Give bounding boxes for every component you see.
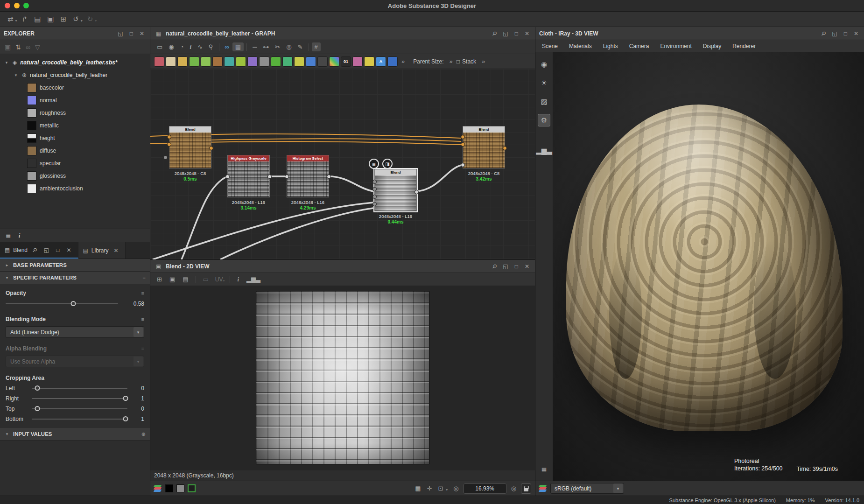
undo-caret-icon[interactable]: ▾ — [81, 19, 83, 23]
output-port[interactable] — [327, 175, 331, 179]
output-height[interactable]: height — [0, 132, 150, 144]
node-blend-2[interactable]: Blend 2048x2048 - L16 0.44ms — [374, 169, 417, 224]
output-port[interactable] — [503, 146, 507, 150]
link-mode-icon[interactable]: ∞ — [222, 42, 232, 51]
palette-blur[interactable] — [247, 56, 258, 67]
input-port[interactable] — [461, 142, 465, 147]
float-panel-icon[interactable]: ◱ — [830, 30, 839, 37]
palette-curve[interactable] — [189, 56, 199, 67]
texture-preview[interactable] — [256, 291, 429, 464]
transform-view-icon[interactable]: ▭ — [200, 275, 211, 284]
tools-switch-caret-icon[interactable]: ▾ — [15, 19, 17, 23]
maximize-panel-icon[interactable]: □ — [128, 30, 135, 37]
open-file-icon[interactable]: ▤ — [31, 14, 43, 24]
input-port[interactable] — [372, 195, 377, 199]
input-port[interactable] — [225, 175, 230, 179]
menu-scene[interactable]: Scene — [542, 43, 558, 49]
explorer-filter-icon[interactable]: ▽ — [35, 43, 40, 51]
palette-blend[interactable] — [166, 56, 176, 67]
input-port[interactable] — [372, 187, 377, 191]
palette-frame[interactable] — [387, 56, 398, 67]
environment-settings-icon[interactable]: ▨ — [538, 95, 550, 108]
scene-tree-icon[interactable]: ≣ — [538, 463, 550, 476]
save-image-icon[interactable]: ▣ — [167, 275, 178, 284]
graph-canvas[interactable]: Blend 2048x2048 - C8 0.5ms Highpass Gr — [150, 69, 535, 259]
menu-display[interactable]: Display — [703, 43, 721, 49]
close-window-button[interactable] — [5, 3, 10, 8]
output-glossiness[interactable]: glossiness — [0, 169, 150, 182]
palette-overflow-icon[interactable]: » — [399, 58, 407, 65]
crop-right-handle[interactable] — [123, 396, 128, 401]
close-tab-icon[interactable]: ✕ — [112, 247, 120, 254]
render-stats-icon[interactable]: ▂▆▃ — [538, 144, 550, 157]
node-split-view-button[interactable]: ◨ — [382, 159, 393, 169]
float-panel-icon[interactable]: ◱ — [501, 30, 510, 37]
input-port[interactable] — [285, 175, 289, 179]
input-port[interactable] — [372, 202, 377, 206]
output-port[interactable] — [414, 190, 419, 194]
hierarchy-icon[interactable]: ≣ — [6, 232, 11, 239]
graph-row[interactable]: ▾ ⊛ natural_crocodile_belly_leather — [0, 69, 150, 81]
explorer-link-icon[interactable]: ∞ — [26, 43, 30, 51]
tiling-grid-icon[interactable]: ▦ — [414, 485, 422, 492]
output-specular[interactable]: specular — [0, 157, 150, 169]
node-histogram-select[interactable]: Histogram Select 2048x2048 - L16 4.29ms — [287, 155, 329, 210]
maximize-panel-icon[interactable]: □ — [54, 247, 61, 253]
palette-gradient-map[interactable] — [212, 56, 223, 67]
crop-left-slider[interactable] — [32, 388, 127, 389]
compact-material-icon[interactable]: ▦ — [232, 42, 244, 51]
palette-ao[interactable] — [294, 56, 304, 67]
stack-expand-icon[interactable]: » — [479, 58, 487, 65]
opacity-slider-handle[interactable] — [70, 301, 76, 306]
crop-right-value[interactable]: 1 — [132, 395, 144, 402]
snap-grid-icon[interactable]: # — [312, 42, 321, 51]
frame-select-icon[interactable]: ▭ — [154, 42, 165, 51]
blending-mode-select[interactable]: Add (Linear Dodge) ▾ — [6, 326, 144, 338]
node-highpass-grayscale[interactable]: Highpass Grayscale 2048x2048 - L16 3.14m… — [227, 155, 270, 210]
redo-icon[interactable]: ↻ — [84, 14, 96, 24]
render-area[interactable]: Photoreal Iterations: 254/500 Time: 39s/… — [553, 52, 864, 481]
tab-library[interactable]: ▤ Library ✕ — [78, 242, 126, 259]
input-values-header[interactable]: ▾ INPUT VALUES ⊕ — [0, 428, 150, 441]
menu-renderer[interactable]: Renderer — [732, 43, 756, 49]
palette-color-match[interactable] — [329, 56, 339, 67]
float-panel-icon[interactable]: ◱ — [42, 247, 51, 253]
output-basecolor[interactable]: basecolor — [0, 81, 150, 94]
maximize-panel-icon[interactable]: □ — [513, 30, 520, 37]
pin-icon[interactable]: ⚲ — [30, 245, 40, 255]
node-preview-list-button[interactable]: ≣ — [369, 159, 379, 169]
undo-icon[interactable]: ↺ — [70, 14, 82, 24]
histogram-icon[interactable]: ▂▆▃ — [244, 275, 263, 284]
active-channel-swatch[interactable] — [188, 484, 196, 492]
capture-icon[interactable]: ◉ — [166, 42, 176, 51]
colorspace-icon[interactable] — [539, 485, 547, 492]
palette-text[interactable]: A — [376, 56, 386, 67]
focus-icon[interactable]: ◎ — [283, 42, 294, 51]
float-panel-icon[interactable]: ◱ — [501, 263, 510, 270]
float-panel-icon[interactable]: ◱ — [116, 30, 125, 37]
color-sample-icon[interactable]: ◔ — [177, 42, 187, 51]
light-settings-icon[interactable]: ☀ — [538, 77, 550, 89]
caret-down-icon[interactable]: ▾ — [4, 60, 9, 65]
comment-icon[interactable]: ─ — [250, 42, 260, 51]
cut-link-icon[interactable]: ✂ — [272, 42, 283, 51]
mip-level-icon[interactable]: ◎ — [452, 485, 460, 492]
pan-icon[interactable]: ✛ — [425, 485, 433, 492]
palette-curvature[interactable] — [306, 56, 316, 67]
channels-icon[interactable] — [154, 485, 162, 492]
palette-hsl[interactable] — [201, 56, 211, 67]
menu-camera[interactable]: Camera — [629, 43, 649, 49]
save-icon[interactable]: ▣ — [44, 14, 56, 24]
input-port[interactable] — [163, 155, 168, 160]
crop-bottom-handle[interactable] — [123, 416, 128, 421]
copy-image-icon[interactable]: ⊞ — [154, 275, 165, 284]
alpha-blending-select[interactable]: Use Source Alpha ▾ — [6, 356, 144, 367]
output-normal[interactable]: normal — [0, 94, 150, 106]
view2d-canvas[interactable] — [150, 286, 535, 470]
renderer-settings-icon[interactable]: ⚙ — [538, 114, 550, 126]
palette-levels[interactable] — [177, 56, 188, 67]
maximize-panel-icon[interactable]: □ — [842, 30, 849, 37]
crop-left-handle[interactable] — [35, 385, 40, 391]
minimize-window-button[interactable] — [14, 3, 20, 8]
crop-right-slider[interactable] — [32, 398, 127, 399]
